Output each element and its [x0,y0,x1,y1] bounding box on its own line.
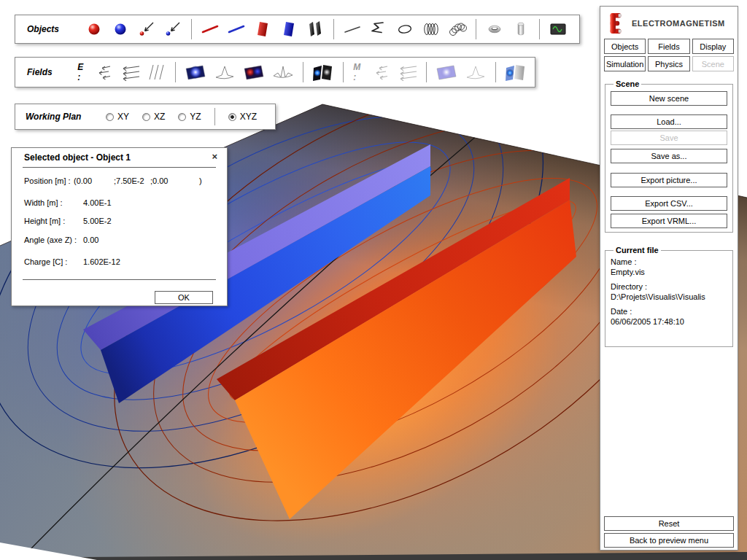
charge-label: Charge [C] : [24,257,83,266]
black-plates-icon[interactable] [306,20,325,39]
scene-group: Scene New scene Load... Save Save as... … [605,79,733,233]
file-directory-label: Directory : [611,282,727,291]
toolbar-separator [539,19,540,39]
red-line-icon[interactable] [201,20,220,39]
working-plan-panel: Working Plan XY XZ YZ XYZ [15,104,276,130]
position-label: Position [m] : [24,176,74,185]
radio-xy-label: XY [117,112,129,122]
radio-option-xy[interactable]: XY [106,112,129,122]
radio-xyz [228,113,236,121]
e-surface-3d-spiky-icon[interactable] [272,63,294,82]
export-csv-button[interactable]: Export CSV... [611,196,727,211]
toolbar-separator [476,19,476,39]
current-file-group: Current file Name : Empty.vis Directory … [605,246,733,347]
scene-group-title: Scene [614,79,641,88]
e-small-arrows-icon[interactable] [95,63,114,82]
export-picture-button[interactable]: Export picture... [611,173,727,187]
fields-toolbar-label: Fields [27,67,73,77]
objects-toolbar-label: Objects [27,24,81,34]
radio-option-yz[interactable]: YZ [178,112,201,122]
working-plan-separator [214,108,215,125]
radio-yz [178,113,186,121]
toolbar-separator [191,19,192,39]
e-potential-map-blue-icon[interactable] [185,63,206,82]
width-value: 4.00E-1 [83,198,112,207]
reset-button[interactable]: Reset [604,516,734,531]
m-long-arrows-icon[interactable] [398,63,417,82]
file-date-label: Date : [611,307,727,316]
ok-button[interactable]: OK [155,291,213,304]
current-file-title: Current file [614,246,661,254]
objects-toolbar: Objects [15,15,580,44]
radio-option-xyz[interactable]: XYZ [228,112,257,122]
charge-value: 1.602E-12 [83,257,120,266]
position-x-value: (0.00 [74,176,114,185]
e-potential-map-redblue-icon[interactable] [243,63,265,82]
toolbar-separator [175,62,176,82]
red-sphere-icon[interactable] [85,20,104,39]
blue-plate-icon[interactable] [279,20,298,39]
dialog-divider [23,167,216,168]
e-field-lines-icon[interactable] [147,63,166,82]
radio-yz-label: YZ [190,112,201,122]
red-plate-icon[interactable] [253,20,272,39]
e-field-label: E : [77,62,87,82]
new-scene-button[interactable]: New scene [611,91,727,106]
m-small-arrows-icon[interactable] [372,63,391,82]
radio-option-xz[interactable]: XZ [142,112,165,122]
angle-row: Angle (axe Z) :0.00 [12,236,98,244]
radio-xz [142,113,150,121]
nav-objects-button[interactable]: Objects [604,39,646,54]
wire-icon[interactable] [343,20,362,39]
m-surface-3d-icon[interactable] [465,63,487,82]
working-plan-label: Working Plan [26,112,93,122]
toolbar-separator [303,62,303,82]
nav-simulation-button[interactable]: Simulation [604,56,646,71]
e-split-potential-icon[interactable] [312,63,334,82]
export-vrml-button[interactable]: Export VRML... [611,214,727,228]
e-surface-3d-icon[interactable] [214,63,236,82]
blue-line-icon[interactable] [227,20,246,39]
cylinder-icon[interactable] [511,20,530,39]
m-field-label: M : [353,62,364,82]
radio-xy [106,113,114,121]
dialog-title: Selected object - Object 1 [24,152,131,163]
dialog-divider [23,279,216,280]
e-long-arrows-icon[interactable] [121,63,140,82]
load-button[interactable]: Load... [611,114,727,129]
toolbar-separator [495,62,496,82]
sidebar: ELECTROMAGNETISM Objects Fields Display … [600,6,738,551]
blue-sphere-icon[interactable] [111,20,130,39]
m-potential-map-icon[interactable] [436,63,457,82]
brand: ELECTROMAGNETISM [608,12,725,34]
close-icon[interactable]: × [212,151,217,162]
m-split-potential-icon[interactable] [505,63,527,82]
red-point-charge-icon[interactable] [137,20,156,39]
toolbar-separator [343,62,344,82]
save-as-button[interactable]: Save as... [611,149,727,163]
blue-point-charge-icon[interactable] [163,20,182,39]
angle-value: 0.00 [83,236,98,244]
nav-physics-button[interactable]: Physics [648,56,689,71]
file-directory-value: D:\Projets\Visualis\Visualis [611,292,727,301]
position-close-paren: ) [199,176,202,185]
magnet-logo-icon [608,12,625,34]
torus-icon[interactable] [485,20,504,39]
oscilloscope-icon[interactable] [549,20,568,39]
height-row: Height [m] :5.00E-2 [12,217,112,225]
save-button: Save [611,131,727,145]
solenoid-icon[interactable] [422,20,441,39]
radio-xz-label: XZ [154,112,165,122]
selected-object-dialog: Selected object - Object 1 × Position [m… [11,147,228,306]
height-label: Height [m] : [24,217,83,225]
flexible-solenoid-icon[interactable] [448,20,467,39]
nav-button-grid: Objects Fields Display Simulation Physic… [604,39,734,71]
charge-row: Charge [C] :1.602E-12 [12,257,120,266]
nav-fields-button[interactable]: Fields [648,39,689,54]
fields-toolbar: Fields E : [15,57,535,88]
position-z-value: ;0.00 [150,176,199,185]
loop-icon[interactable] [395,20,414,39]
nav-display-button[interactable]: Display [692,39,734,54]
back-to-preview-menu-button[interactable]: Back to preview menu [604,533,734,548]
bent-wire-icon[interactable] [369,20,388,39]
